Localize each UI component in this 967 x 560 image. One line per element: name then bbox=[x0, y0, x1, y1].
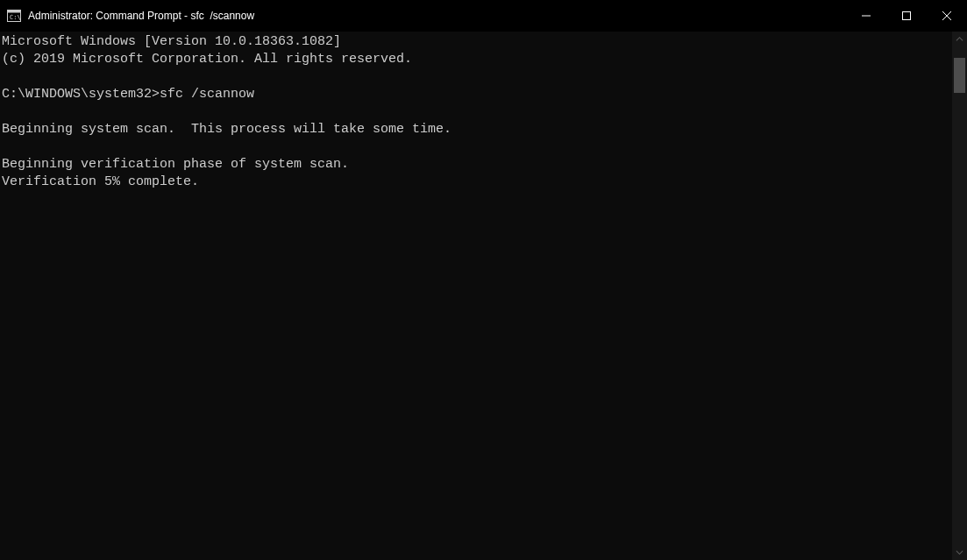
output-line: Microsoft Windows [Version 10.0.18363.10… bbox=[2, 34, 341, 49]
scroll-up-arrow-icon[interactable] bbox=[952, 32, 967, 46]
close-button[interactable] bbox=[927, 0, 967, 32]
vertical-scrollbar[interactable] bbox=[952, 32, 967, 560]
scroll-down-arrow-icon[interactable] bbox=[952, 545, 967, 560]
cmd-icon: C:\ bbox=[7, 10, 21, 22]
title-bar[interactable]: C:\ Administrator: Command Prompt - sfc … bbox=[0, 0, 967, 32]
output-line: Beginning verification phase of system s… bbox=[2, 157, 349, 172]
svg-rect-4 bbox=[903, 12, 911, 20]
output-line: Verification 5% complete. bbox=[2, 174, 199, 189]
output-line: Beginning system scan. This process will… bbox=[2, 122, 452, 137]
terminal-area: Microsoft Windows [Version 10.0.18363.10… bbox=[0, 32, 967, 560]
prompt: C:\WINDOWS\system32> bbox=[2, 87, 160, 102]
scroll-thumb[interactable] bbox=[954, 58, 965, 93]
window-controls bbox=[846, 0, 967, 32]
maximize-button[interactable] bbox=[886, 0, 927, 32]
svg-text:C:\: C:\ bbox=[10, 14, 21, 21]
terminal-content[interactable]: Microsoft Windows [Version 10.0.18363.10… bbox=[0, 32, 952, 560]
title-left: C:\ Administrator: Command Prompt - sfc … bbox=[7, 10, 254, 22]
svg-rect-1 bbox=[8, 11, 21, 13]
output-line: (c) 2019 Microsoft Corporation. All righ… bbox=[2, 52, 412, 67]
minimize-button[interactable] bbox=[846, 0, 886, 32]
window-title: Administrator: Command Prompt - sfc /sca… bbox=[28, 10, 254, 22]
command-text: sfc /scannow bbox=[160, 87, 254, 102]
